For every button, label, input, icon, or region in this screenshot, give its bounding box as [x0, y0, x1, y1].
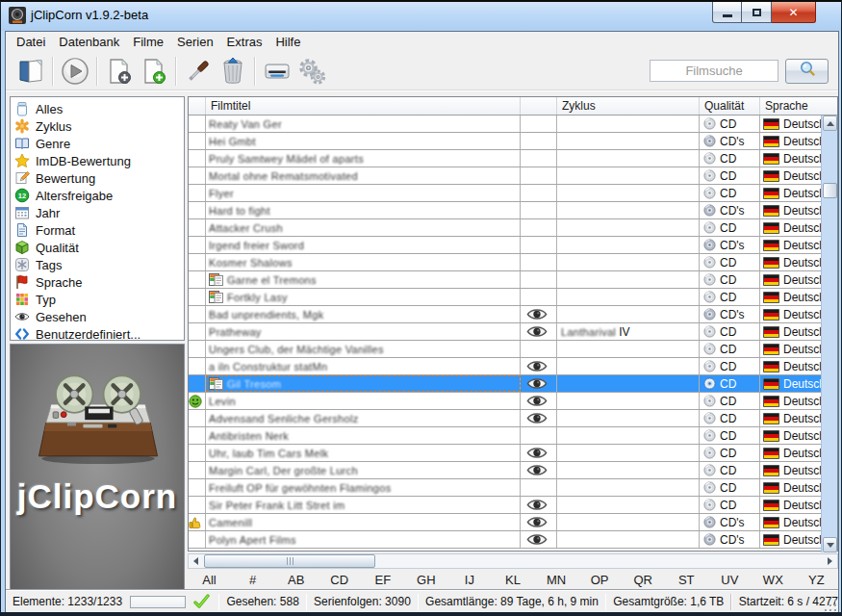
alpha-filter-cd[interactable]: CD — [318, 573, 361, 587]
table-row[interactable]: Antibristen NerkCDDeutsch — [189, 427, 821, 445]
alpha-filter-ef[interactable]: EF — [361, 573, 404, 587]
add-movie-button[interactable] — [102, 55, 137, 88]
menu-item-extras[interactable]: Extras — [220, 33, 269, 51]
alpha-filter-mn[interactable]: MN — [535, 573, 578, 587]
scroll-right-button[interactable] — [823, 554, 837, 568]
sidebar-item-altersfreigabe[interactable]: 12Altersfreigabe — [11, 187, 184, 204]
menu-item-datenbank[interactable]: Datenbank — [52, 33, 126, 51]
sidebar-item-jahr[interactable]: Jahr — [11, 204, 184, 221]
cell-zyklus — [557, 219, 700, 236]
table-row[interactable]: Pruly Samtwey Mädel of apartsCDDeutsch — [189, 150, 821, 167]
sidebar-item-bewertung[interactable]: Bewertung — [11, 169, 184, 187]
cell-qualitaet: CD — [700, 271, 760, 288]
menu-item-hilfe[interactable]: Hilfe — [268, 33, 307, 51]
search-input[interactable] — [650, 60, 778, 82]
cell-filmtitel: Pratheway — [206, 323, 521, 340]
column-header-qualitaet[interactable]: Qualität — [700, 97, 760, 115]
table-row[interactable]: Hei GmbtCD'sDeutsch — [189, 133, 821, 150]
alpha-filter-hash[interactable]: # — [231, 573, 274, 587]
alpha-filter-uv[interactable]: UV — [708, 573, 752, 587]
table-row[interactable]: Freiluft OP für gewöhnten FlamingosCDDeu… — [189, 479, 821, 497]
alpha-filter-ij[interactable]: IJ — [447, 573, 491, 587]
alpha-filter-yz[interactable]: YZ — [795, 573, 838, 587]
vertical-scroll-thumb[interactable] — [823, 183, 837, 198]
table-row[interactable]: Mortal ohne RematsmotivatedCDDeutsch — [189, 167, 821, 185]
seen-eye-icon — [14, 309, 30, 324]
search-button[interactable] — [785, 59, 829, 84]
minimize-button[interactable] — [712, 2, 742, 23]
table-row[interactable]: a iln Construktur statMnCDDeutsch — [189, 358, 821, 375]
table-row[interactable]: Reaty Van GerCDDeutsch — [189, 116, 821, 133]
horizontal-scroll-thumb[interactable] — [204, 554, 375, 568]
quality-label: CD — [720, 447, 736, 460]
titlebar[interactable]: jClipCorn v1.9.2-beta ✕ — [1, 2, 841, 31]
scroll-left-button[interactable] — [189, 554, 203, 568]
sidebar-item-tags[interactable]: Tags — [11, 256, 184, 273]
vertical-scrollbar[interactable] — [821, 116, 837, 552]
export-button[interactable] — [260, 55, 294, 88]
cell-zyklus — [557, 497, 700, 513]
table-row[interactable]: Gil TresomCDDeutsch — [189, 375, 821, 393]
sidebar-item-alles[interactable]: Alles — [11, 100, 184, 117]
alpha-filter-kl[interactable]: KL — [491, 573, 534, 587]
table-row[interactable]: Ungers Club, der Mächtige VanillesCDDeut… — [189, 341, 821, 358]
table-row[interactable]: Polyn Apert FilmsCD'sDeutsch — [189, 531, 821, 549]
sidebar-item-imdb-bewertung[interactable]: ImDB-Bewertung — [11, 152, 184, 169]
window-content: DateiDatenbankFilmeSerienExtrasHilfe All… — [5, 31, 839, 614]
alpha-filter-wx[interactable]: WX — [752, 573, 795, 587]
sidebar-item-zyklus[interactable]: Zyklus — [11, 117, 184, 135]
sidebar-item-genre[interactable]: Genre — [11, 135, 184, 152]
table-row[interactable]: Uhr, laub Tim Cars MelkCDDeutsch — [189, 445, 821, 462]
table-row[interactable]: Sir Peter Frank Litt Stret imCDDeutsch — [189, 497, 821, 514]
sidebar-item-gesehen[interactable]: Gesehen — [11, 308, 184, 325]
table-row[interactable]: Advensand Senliche GersholzCDDeutsch — [189, 410, 821, 427]
menu-item-serien[interactable]: Serien — [170, 33, 220, 51]
tools-button[interactable] — [181, 55, 216, 88]
sidebar-item-sprache[interactable]: Sprache — [11, 273, 184, 291]
table-row[interactable]: Bad unprendients, MgkCD'sDeutsch — [189, 306, 821, 323]
table-row[interactable]: Garne el TremonsCDDeutsch — [189, 271, 821, 289]
cd-icon — [703, 447, 716, 459]
table-row[interactable]: Fortkly LasyCDDeutsch — [189, 289, 821, 306]
folder-open-icon — [16, 57, 45, 86]
maximize-button[interactable] — [742, 2, 772, 23]
resize-grip[interactable] — [824, 599, 836, 611]
settings-button[interactable] — [294, 55, 329, 88]
table-row[interactable]: Kosmer ShalowsCDDeutsch — [189, 254, 821, 271]
sidebar-item-typ[interactable]: Typ — [11, 291, 184, 308]
scroll-up-button[interactable] — [823, 116, 837, 131]
add-series-button[interactable] — [137, 55, 171, 88]
table-row[interactable]: Irgend freier SwordCD'sDeutsch — [189, 237, 821, 254]
menu-item-filme[interactable]: Filme — [126, 33, 170, 51]
table-row[interactable]: PrathewayLantharivalIVCDDeutsch — [189, 323, 821, 341]
alpha-filter-gh[interactable]: GH — [404, 573, 447, 587]
menu-item-datei[interactable]: Datei — [10, 33, 52, 51]
sidebar-item-benutzerdefiniert[interactable]: Benutzerdefiniert... — [11, 325, 184, 341]
cell-filmtitel: Margin Carl, Der großte Lurch — [206, 462, 521, 478]
scroll-down-button[interactable] — [823, 537, 837, 552]
sidebar-item-qualit-t[interactable]: Qualität — [11, 239, 184, 256]
table-row[interactable]: Attacker CrushCDDeutsch — [189, 219, 821, 237]
column-header-filmtitel[interactable]: Filmtitel — [206, 97, 521, 115]
table-row[interactable]: LevinCDDeutsch — [189, 393, 821, 410]
column-header-sprache[interactable]: Sprache — [760, 97, 821, 115]
alpha-filter-ab[interactable]: AB — [274, 573, 318, 587]
sidebar-item-format[interactable]: Format — [11, 221, 184, 239]
horizontal-scrollbar[interactable] — [188, 553, 838, 569]
column-header-flag[interactable] — [189, 97, 206, 115]
close-button[interactable]: ✕ — [772, 2, 816, 23]
alpha-filter-all[interactable]: All — [188, 573, 231, 587]
flag-de-icon — [763, 136, 779, 147]
delete-button[interactable] — [216, 55, 250, 88]
column-header-zyklus[interactable]: Zyklus — [557, 97, 700, 115]
play-button[interactable] — [58, 55, 92, 88]
alpha-filter-op[interactable]: OP — [578, 573, 622, 587]
table-row[interactable]: Hard to fightCD'sDeutsch — [189, 202, 821, 219]
alpha-filter-qr[interactable]: QR — [622, 573, 665, 587]
alpha-filter-st[interactable]: ST — [665, 573, 708, 587]
column-header-seen[interactable] — [521, 97, 557, 115]
table-row[interactable]: Margin Carl, Der großte LurchCDDeutsch — [189, 462, 821, 479]
table-row[interactable]: FlyerCDDeutsch — [189, 185, 821, 202]
table-row[interactable]: CamenillCD'sDeutsch — [189, 514, 821, 531]
open-database-button[interactable] — [13, 55, 48, 88]
